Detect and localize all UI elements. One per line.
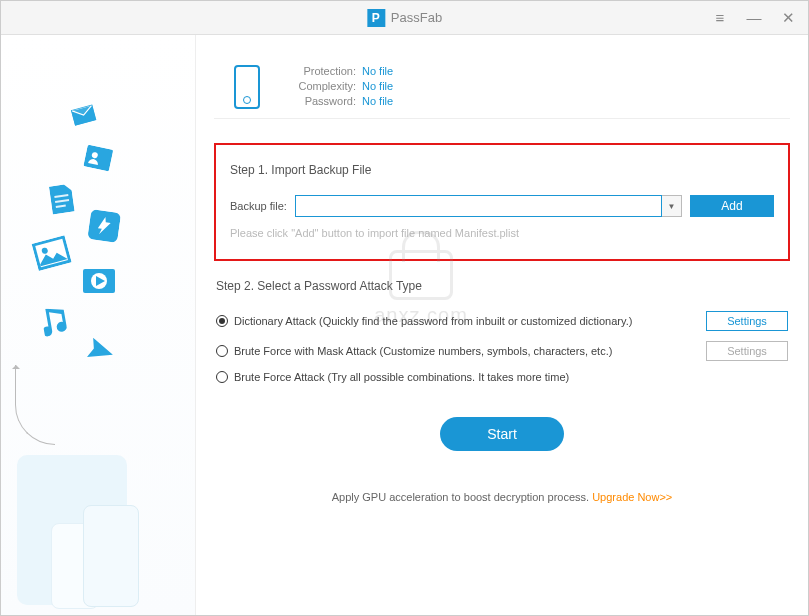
document-icon (49, 184, 75, 218)
main-panel: Protection:No file Complexity:No file Pa… (196, 35, 808, 615)
music-icon (40, 305, 73, 342)
sidebar (1, 35, 196, 615)
photo-icon (32, 235, 73, 274)
devices-illustration (17, 455, 127, 605)
contacts-icon (83, 145, 114, 175)
add-button[interactable]: Add (690, 195, 774, 217)
appstore-icon (87, 209, 121, 246)
radio-icon (216, 371, 228, 383)
app-name: PassFab (391, 10, 442, 25)
start-button[interactable]: Start (440, 417, 564, 451)
radio-icon (216, 345, 228, 357)
option-brute-force: Brute Force Attack (Try all possible com… (216, 371, 788, 383)
settings-button-dictionary[interactable]: Settings (706, 311, 788, 331)
radio-brute-force-mask[interactable]: Brute Force with Mask Attack (Customize … (216, 345, 706, 357)
protection-value: No file (362, 65, 393, 77)
import-hint: Please click "Add" button to import file… (230, 227, 774, 239)
phone-icon (234, 65, 260, 109)
step1-title: Step 1. Import Backup File (230, 163, 774, 177)
password-label: Password: (276, 95, 356, 107)
close-button[interactable]: ✕ (774, 4, 802, 32)
step1-import-section: Step 1. Import Backup File Backup file: … (214, 143, 790, 261)
backup-file-dropdown[interactable]: ▼ (662, 195, 682, 217)
option-dictionary-attack: Dictionary Attack (Quickly find the pass… (216, 311, 788, 331)
app-logo-icon: P (367, 9, 385, 27)
password-value: No file (362, 95, 393, 107)
protection-label: Protection: (276, 65, 356, 77)
option-label: Dictionary Attack (Quickly find the pass… (234, 315, 632, 327)
footer-text: Apply GPU acceleration to boost decrypti… (332, 491, 592, 503)
option-label: Brute Force Attack (Try all possible com… (234, 371, 569, 383)
video-icon (81, 263, 117, 302)
footer: Apply GPU acceleration to boost decrypti… (214, 491, 790, 503)
option-brute-force-mask: Brute Force with Mask Attack (Customize … (216, 341, 788, 361)
upgrade-link[interactable]: Upgrade Now>> (592, 491, 672, 503)
menu-icon[interactable]: ≡ (706, 4, 734, 32)
backup-file-input[interactable] (295, 195, 662, 217)
radio-icon (216, 315, 228, 327)
app-title-group: P PassFab (367, 9, 442, 27)
title-bar: P PassFab ≡ — ✕ (1, 1, 808, 35)
file-info: Protection:No file Complexity:No file Pa… (234, 65, 790, 110)
option-label: Brute Force with Mask Attack (Customize … (234, 345, 612, 357)
complexity-label: Complexity: (276, 80, 356, 92)
settings-button-mask: Settings (706, 341, 788, 361)
svg-rect-0 (83, 145, 113, 172)
radio-dictionary-attack[interactable]: Dictionary Attack (Quickly find the pass… (216, 315, 706, 327)
arrow-decoration (15, 365, 55, 445)
complexity-value: No file (362, 80, 393, 92)
backup-file-label: Backup file: (230, 200, 287, 212)
divider (214, 118, 790, 119)
send-icon (86, 338, 116, 367)
minimize-button[interactable]: — (740, 4, 768, 32)
mail-icon (71, 104, 97, 128)
radio-brute-force[interactable]: Brute Force Attack (Try all possible com… (216, 371, 788, 383)
step2-title: Step 2. Select a Password Attack Type (216, 279, 788, 293)
step2-attack-section: Step 2. Select a Password Attack Type Di… (214, 279, 790, 383)
